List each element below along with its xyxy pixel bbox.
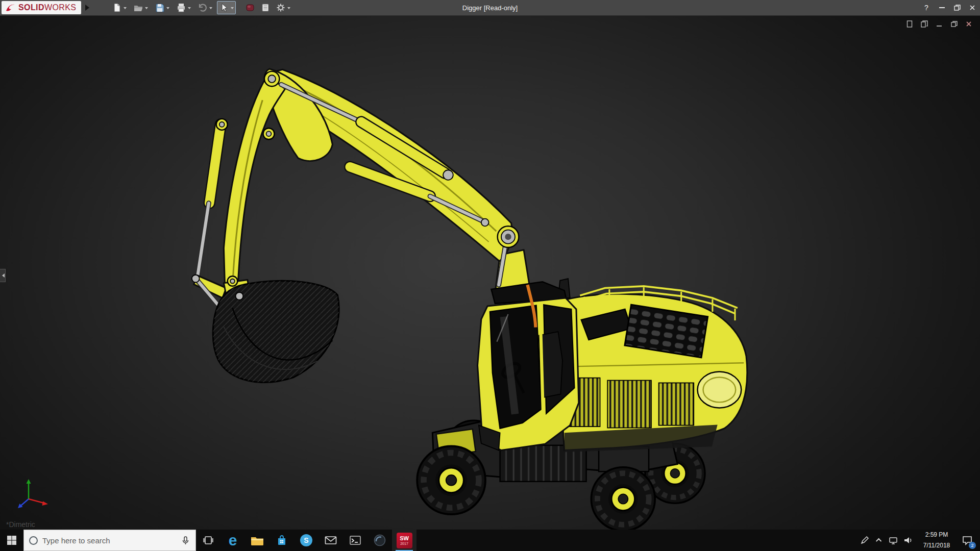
solidworks-logo: SOLIDWORKS: [2, 1, 81, 14]
close-doc-icon[interactable]: [965, 20, 973, 28]
cortana-icon[interactable]: [29, 536, 38, 545]
caret-down-icon[interactable]: [145, 7, 148, 11]
volume-button[interactable]: [900, 530, 916, 551]
bucket[interactable]: [192, 275, 339, 383]
folder-icon: [251, 535, 264, 546]
console-icon: [350, 536, 361, 545]
taskbar-clock[interactable]: 2:59 PM 7/11/2018: [916, 530, 958, 551]
close-button[interactable]: [965, 0, 980, 15]
volume-icon: [903, 536, 913, 545]
app-circle-icon: [374, 534, 386, 546]
sw-year: 2017: [400, 542, 408, 545]
open-folder-icon: [133, 3, 143, 13]
new-window-icon[interactable]: [905, 20, 914, 28]
console-button[interactable]: [343, 530, 368, 551]
restore-doc-icon[interactable]: [950, 20, 958, 28]
solidworks-app-icon: SW 2017: [397, 533, 412, 548]
save-floppy-icon: [155, 3, 165, 13]
close-icon: [969, 4, 976, 11]
caret-down-icon[interactable]: [231, 7, 234, 11]
system-tray: 2:59 PM 7/11/2018 2: [856, 530, 980, 551]
microphone-icon[interactable]: [181, 536, 190, 545]
minimize-icon: [939, 7, 945, 8]
task-view-button[interactable]: [196, 530, 220, 551]
appearance-button[interactable]: [243, 1, 257, 14]
brand-light: WORKS: [44, 3, 76, 12]
undo-button[interactable]: [195, 1, 214, 14]
open-button[interactable]: [131, 1, 150, 14]
document-properties-button[interactable]: [258, 1, 273, 14]
print-button[interactable]: [174, 1, 193, 14]
windows-logo-icon: [7, 535, 17, 545]
cab[interactable]: [478, 282, 579, 450]
taskbar-search[interactable]: [23, 530, 196, 551]
start-button[interactable]: [0, 530, 23, 551]
minimize-doc-icon[interactable]: [935, 20, 943, 28]
excavator-model[interactable]: [0, 16, 980, 530]
window-title: Digger [Read-only]: [462, 4, 518, 12]
taskbar: e S: [0, 530, 980, 551]
boom[interactable]: [198, 69, 530, 294]
caret-down-icon[interactable]: [287, 7, 290, 11]
pen-button[interactable]: [856, 530, 873, 551]
edge-icon: e: [229, 533, 237, 548]
graphics-area[interactable]: *Dimetric: [0, 16, 980, 530]
action-center-button[interactable]: 2: [958, 530, 977, 551]
restore-icon: [953, 4, 961, 11]
mail-button[interactable]: [318, 530, 343, 551]
search-input[interactable]: [42, 536, 176, 545]
orientation-triad: [11, 477, 57, 512]
chevron-left-icon: [0, 273, 5, 278]
desktop: { "window": { "brand": { "name_bold": "S…: [0, 0, 980, 551]
caret-down-icon[interactable]: [188, 7, 191, 11]
help-button[interactable]: ?: [919, 0, 934, 15]
save-button[interactable]: [153, 1, 172, 14]
new-document-button[interactable]: [110, 1, 129, 14]
view-orientation-label: *Dimetric: [6, 520, 35, 529]
network-button[interactable]: [886, 530, 900, 551]
undo-icon: [198, 3, 208, 13]
store-bag-icon: [276, 535, 287, 546]
brand-bold: SOLID: [18, 3, 44, 12]
ds-logo-icon: [4, 3, 16, 13]
gear-icon: [276, 3, 286, 13]
brand-text: SOLIDWORKS: [18, 3, 76, 12]
caret-down-icon[interactable]: [209, 7, 212, 11]
clock-time: 2:59 PM: [925, 531, 948, 539]
appearance-icon: [245, 3, 255, 13]
skype-icon: S: [300, 534, 312, 546]
app-titlebar[interactable]: SOLIDWORKS: [0, 0, 980, 16]
tray-overflow-button[interactable]: [873, 530, 886, 551]
document-properties-icon: [260, 3, 271, 13]
minimize-button[interactable]: [934, 0, 949, 15]
engine-hood[interactable]: [558, 279, 747, 452]
task-view-icon: [203, 535, 214, 546]
toolbar-flyout-arrow-icon[interactable]: [85, 5, 92, 11]
new-document-icon: [112, 3, 122, 13]
document-window-controls: [905, 20, 973, 28]
network-icon: [889, 536, 898, 545]
cascade-window-icon[interactable]: [920, 20, 928, 28]
caret-down-icon[interactable]: [124, 7, 127, 11]
select-button[interactable]: [217, 1, 236, 14]
file-explorer-button[interactable]: [245, 530, 270, 551]
store-button[interactable]: [270, 530, 294, 551]
options-button[interactable]: [274, 1, 292, 14]
select-cursor-icon: [219, 3, 229, 13]
app-circle-button[interactable]: [368, 530, 392, 551]
feature-pane-flyout[interactable]: [0, 269, 6, 282]
restore-button[interactable]: [949, 0, 965, 15]
clock-date: 7/11/2018: [923, 542, 950, 550]
solidworks-app-button[interactable]: SW 2017: [392, 530, 416, 551]
skype-button[interactable]: S: [294, 530, 318, 551]
chevron-up-icon: [876, 538, 881, 544]
mail-envelope-icon: [325, 536, 337, 545]
pen-icon: [860, 536, 869, 545]
sw-label: SW: [400, 536, 409, 541]
secondary-toolbar: [243, 1, 292, 14]
notification-badge: 2: [969, 542, 976, 549]
window-controls: ?: [919, 0, 980, 15]
print-icon: [176, 3, 186, 13]
caret-down-icon[interactable]: [166, 7, 169, 11]
edge-button[interactable]: e: [220, 530, 245, 551]
